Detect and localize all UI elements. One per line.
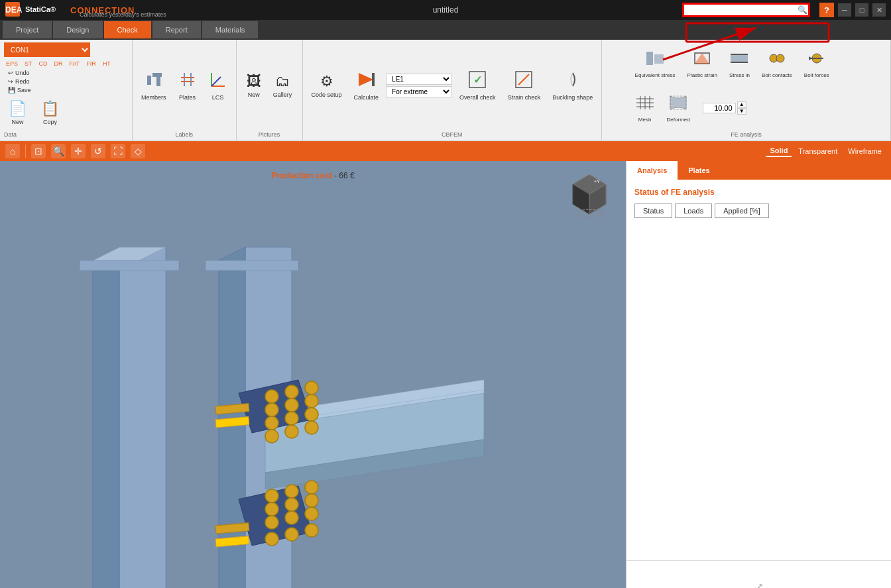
minimize-button[interactable]: ─ — [838, 3, 851, 17]
copy-button[interactable]: 📋 Copy — [36, 97, 64, 129]
tag-fir[interactable]: FIR — [84, 60, 98, 68]
svg-rect-3 — [147, 76, 151, 85]
expand-icon[interactable]: ⤢ — [754, 580, 764, 589]
bolt-contacts-button[interactable]: Bolt contacts — [757, 46, 797, 82]
svg-point-77 — [265, 502, 278, 516]
svg-point-64 — [305, 381, 318, 394]
tag-eps[interactable]: EPS — [4, 60, 20, 68]
fe-loads-button[interactable]: Loads — [675, 204, 712, 218]
svg-point-69 — [285, 412, 298, 425]
load-case-select[interactable]: LE1 — [386, 74, 452, 85]
shape-icon[interactable]: ◇ — [131, 144, 145, 158]
svg-marker-44 — [93, 247, 119, 588]
code-setup-button[interactable]: ⚙ Code setup — [307, 70, 347, 101]
tag-st[interactable]: ST — [23, 60, 34, 68]
fe-status-button[interactable]: Status — [634, 204, 672, 218]
tab-report[interactable]: Report — [152, 21, 201, 38]
titlebar: IDEA StatiCa® CONNECTION Calculates yest… — [0, 0, 891, 20]
tag-ht[interactable]: HT — [101, 60, 113, 68]
right-panel-tabs: Analysis Plates — [626, 161, 891, 180]
tab-materials[interactable]: Materials — [202, 21, 259, 38]
tag-cd[interactable]: CD — [37, 60, 50, 68]
tab-check[interactable]: Check — [104, 21, 151, 38]
svg-marker-29 — [809, 56, 812, 60]
spinner-input[interactable]: 10.00 — [703, 103, 736, 113]
spinner-up-button[interactable]: ▲ — [737, 101, 746, 108]
calculate-button[interactable]: Calculate — [349, 67, 384, 104]
view-mode-wireframe[interactable]: Wireframe — [844, 145, 886, 157]
cube-widget[interactable]: +Y — [566, 171, 613, 217]
stress-in-button[interactable]: Stress in — [725, 46, 754, 82]
ribbon-pictures: 🖼 New 🗂 Gallery Pictures — [237, 40, 303, 141]
svg-text:+Y: +Y — [594, 179, 600, 184]
connection-selector[interactable]: CON1 — [4, 42, 90, 57]
mesh-button[interactable]: Mesh — [630, 90, 660, 126]
equivalent-stress-button[interactable]: Equivalent stress — [630, 46, 680, 82]
close-button[interactable]: ✕ — [872, 3, 886, 17]
members-button[interactable]: Members — [137, 67, 171, 104]
svg-point-80 — [265, 516, 278, 529]
search-input[interactable] — [685, 6, 798, 14]
maximize-button[interactable]: □ — [855, 3, 868, 17]
svg-point-26 — [776, 54, 784, 62]
zoom-fit-icon[interactable]: ⊡ — [31, 144, 46, 158]
ribbon-labels: Members Plates — [133, 40, 237, 141]
new-button[interactable]: 📄 New — [4, 97, 31, 129]
buckling-shape-button[interactable]: Buckling shape — [548, 67, 597, 104]
labels-section-title: Labels — [175, 129, 193, 138]
redo-button[interactable]: ↪ Redo — [7, 78, 32, 86]
svg-line-12 — [211, 77, 221, 86]
strain-check-button[interactable]: Strain check — [503, 67, 546, 104]
tag-dr[interactable]: DR — [52, 60, 65, 68]
viewport[interactable]: Production cost - 66 € +Y — [0, 161, 626, 588]
svg-marker-13 — [359, 73, 373, 86]
fe-applied-button[interactable]: Applied [%] — [715, 204, 769, 218]
pictures-section-title: Pictures — [259, 129, 280, 138]
gallery-button[interactable]: 🗂 Gallery — [268, 70, 297, 101]
svg-rect-22 — [731, 54, 748, 62]
tag-fat[interactable]: FAT — [68, 60, 82, 68]
label-tools: Members Plates — [137, 42, 232, 129]
view-mode-transparent[interactable]: Transparent — [794, 145, 841, 157]
help-button[interactable]: ? — [819, 3, 834, 17]
production-cost-separator: - — [334, 171, 339, 180]
svg-rect-8 — [184, 73, 185, 86]
bolt-forces-button[interactable]: Bolt forces — [800, 46, 834, 82]
svg-point-82 — [305, 507, 318, 520]
svg-point-79 — [305, 494, 318, 507]
zoom-icon[interactable]: 🔍 — [51, 144, 66, 158]
bolt-contacts-icon — [767, 49, 787, 71]
tab-analysis[interactable]: Analysis — [626, 161, 678, 180]
rotate-icon[interactable]: ↺ — [91, 144, 105, 158]
plates-button[interactable]: Plates — [174, 67, 202, 104]
plastic-strain-button[interactable]: Plastic strain — [683, 46, 722, 82]
tab-plates[interactable]: Plates — [678, 161, 720, 180]
lcs-button[interactable]: LCS — [204, 67, 232, 104]
svg-rect-6 — [181, 77, 194, 78]
overall-check-button[interactable]: ✓ Overall check — [455, 67, 501, 104]
undo-button[interactable]: ↩ Undo — [7, 69, 32, 77]
view-mode-solid[interactable]: Solid — [766, 145, 792, 157]
extreme-select[interactable]: For extreme — [386, 86, 452, 97]
tab-project[interactable]: Project — [3, 21, 52, 38]
svg-rect-4 — [152, 73, 162, 77]
document-title: untitled — [433, 5, 459, 15]
tab-design[interactable]: Design — [53, 21, 102, 38]
pictures-new-icon: 🖼 — [247, 73, 261, 90]
ribbon-fe-analysis: Equivalent stress Plastic strain — [602, 40, 891, 141]
strain-check-icon — [514, 70, 533, 93]
fullscreen-icon[interactable]: ⛶ — [111, 144, 125, 158]
redo-icon: ↪ — [8, 78, 13, 85]
calculate-icon — [356, 70, 376, 93]
save-button[interactable]: 💾 Save — [7, 86, 32, 94]
toolbar: ⌂ ⊡ 🔍 ✛ ↺ ⛶ ◇ Solid Transparent Wirefram… — [0, 141, 891, 161]
svg-point-66 — [285, 398, 298, 412]
pictures-new-button[interactable]: 🖼 New — [242, 70, 266, 101]
tabbar: Project Design Check Report Materials — [0, 20, 891, 40]
deformed-button[interactable]: Deformed — [662, 90, 695, 126]
plastic-strain-icon — [692, 49, 712, 71]
pan-icon[interactable]: ✛ — [71, 144, 86, 158]
spinner-down-button[interactable]: ▼ — [737, 108, 746, 115]
home-icon[interactable]: ⌂ — [5, 144, 20, 158]
right-panel: Analysis Plates Status of FE analysis St… — [626, 161, 891, 588]
